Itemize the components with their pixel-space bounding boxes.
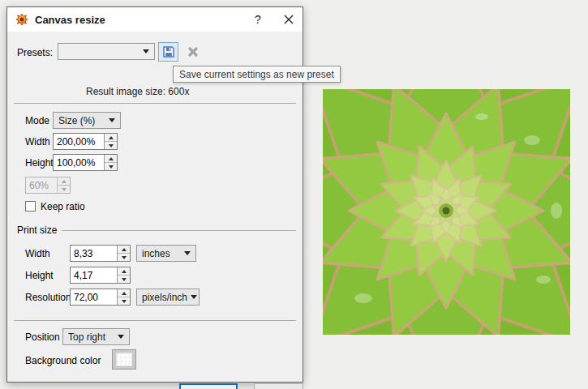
background-color-swatch bbox=[116, 353, 132, 366]
spin-up-button bbox=[58, 177, 70, 186]
resolution-label: Resolution bbox=[25, 292, 71, 303]
keep-ratio-checkbox[interactable] bbox=[25, 201, 36, 212]
print-height-spinner bbox=[117, 267, 130, 283]
spin-down-button[interactable] bbox=[118, 276, 130, 283]
height-percent-input[interactable] bbox=[54, 155, 104, 170]
chevron-down-icon bbox=[109, 118, 115, 122]
width-percent-label: Width bbox=[25, 136, 50, 147]
width-percent-input[interactable] bbox=[54, 134, 104, 149]
spin-up-button[interactable] bbox=[118, 246, 130, 254]
succulent-rosette-graphic bbox=[323, 89, 570, 335]
separator bbox=[14, 320, 296, 321]
spin-down-button[interactable] bbox=[118, 297, 130, 305]
print-width-spinbox bbox=[70, 245, 131, 262]
delete-x-icon bbox=[187, 46, 199, 58]
dialog-body: Presets: Result image bbox=[7, 32, 303, 382]
print-width-input[interactable] bbox=[71, 246, 117, 261]
chevron-down-icon bbox=[118, 335, 124, 339]
resolution-input[interactable] bbox=[71, 289, 117, 305]
dialog-title: Canvas resize bbox=[35, 14, 244, 26]
percent-preset-spinbox bbox=[25, 177, 71, 194]
background-color-label: Background color bbox=[25, 355, 101, 366]
chevron-down-icon bbox=[184, 251, 191, 255]
print-height-spinbox bbox=[70, 267, 131, 284]
succulent-photo bbox=[323, 89, 570, 335]
position-label: Position bbox=[25, 331, 60, 343]
print-width-spinner bbox=[117, 246, 130, 261]
print-unit-selected-value: inches bbox=[142, 248, 181, 259]
spin-up-button[interactable] bbox=[118, 267, 130, 276]
position-selected-value: Top right bbox=[68, 331, 114, 343]
separator bbox=[14, 103, 296, 104]
desktop-background: { "dialog": { "title": "Canvas resize", … bbox=[0, 0, 588, 389]
canvas-resize-dialog: Canvas resize ? Presets: bbox=[6, 6, 303, 383]
height-percent-label: Height bbox=[25, 157, 54, 169]
result-image-size-text: Result image size: 600x bbox=[86, 86, 189, 97]
delete-preset-button[interactable] bbox=[182, 42, 203, 62]
save-preset-tooltip: Save current settings as new preset bbox=[173, 66, 341, 83]
mode-dropdown[interactable]: Size (%) bbox=[53, 112, 121, 129]
spin-down-button[interactable] bbox=[105, 163, 117, 170]
resolution-unit-selected-value: pixels/inch bbox=[142, 292, 187, 303]
resolution-spinner bbox=[117, 289, 130, 305]
resolution-spinbox bbox=[70, 289, 131, 306]
mode-label: Mode bbox=[25, 115, 49, 126]
ok-button[interactable]: OK bbox=[179, 383, 238, 389]
groupbox-line bbox=[62, 230, 296, 231]
print-size-group-label: Print size bbox=[17, 224, 57, 236]
print-width-label: Width bbox=[25, 248, 50, 259]
percent-preset-spinner bbox=[57, 177, 70, 193]
height-percent-spinner bbox=[104, 155, 117, 170]
width-percent-spinner bbox=[104, 134, 117, 149]
background-color-swatch-button[interactable] bbox=[112, 349, 136, 370]
mode-selected-value: Size (%) bbox=[58, 115, 105, 126]
resolution-unit-dropdown[interactable]: pixels/inch bbox=[136, 289, 200, 306]
keep-ratio-label: Keep ratio bbox=[41, 201, 85, 212]
help-button[interactable]: ? bbox=[244, 7, 272, 32]
close-icon[interactable] bbox=[275, 7, 303, 32]
chevron-down-icon bbox=[143, 49, 149, 53]
position-dropdown[interactable]: Top right bbox=[62, 328, 130, 345]
spin-up-button[interactable] bbox=[105, 134, 117, 142]
height-percent-spinbox bbox=[53, 154, 118, 171]
print-height-label: Height bbox=[25, 270, 54, 281]
percent-preset-input bbox=[26, 177, 57, 193]
chevron-down-icon bbox=[191, 295, 197, 299]
save-preset-button[interactable] bbox=[158, 42, 178, 62]
print-unit-dropdown[interactable]: inches bbox=[136, 245, 196, 262]
spin-down-button[interactable] bbox=[105, 142, 117, 149]
dialog-titlebar[interactable]: Canvas resize ? bbox=[7, 7, 303, 32]
presets-label: Presets: bbox=[17, 47, 53, 58]
spin-up-button[interactable] bbox=[118, 289, 130, 297]
spin-down-button[interactable] bbox=[118, 254, 130, 261]
spin-up-button[interactable] bbox=[105, 155, 117, 163]
width-percent-spinbox bbox=[53, 133, 118, 150]
app-icon bbox=[15, 13, 28, 26]
presets-dropdown[interactable] bbox=[58, 43, 155, 60]
spin-down-button bbox=[58, 186, 70, 193]
floppy-disk-icon bbox=[162, 45, 175, 58]
print-height-input[interactable] bbox=[71, 267, 117, 283]
cancel-button[interactable]: Cancel bbox=[254, 383, 303, 389]
